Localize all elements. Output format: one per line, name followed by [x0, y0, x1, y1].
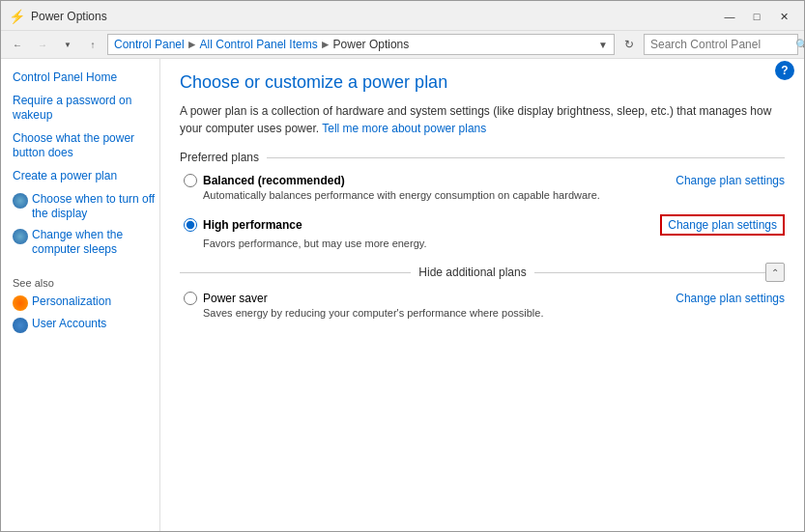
hide-additional-section: Hide additional plans ⌃ [180, 263, 785, 282]
power-saver-plan-desc: Saves energy by reducing your computer's… [203, 307, 785, 319]
search-input[interactable] [650, 38, 795, 51]
preferred-plans-label: Preferred plans [180, 151, 259, 164]
high-performance-plan: High performance Change plan settings Fa… [180, 214, 785, 249]
power-saver-radio[interactable] [184, 292, 197, 305]
monitor-icon [13, 193, 28, 209]
power-saver-plan-label[interactable]: Power saver [184, 292, 268, 305]
sidebar: Control Panel Home Require a password on… [1, 59, 160, 531]
divider-line-left [180, 272, 411, 273]
content-description: A power plan is a collection of hardware… [180, 102, 785, 137]
high-performance-plan-desc: Favors performance, but may use more ene… [203, 238, 785, 249]
title-bar-controls: — □ ✕ [717, 7, 796, 26]
balanced-change-settings[interactable]: Change plan settings [676, 174, 785, 187]
sidebar-require-password[interactable]: Require a password on wakeup [13, 94, 159, 124]
window-icon: ⚡ [9, 9, 25, 24]
balanced-plan: Balanced (recommended) Change plan setti… [180, 174, 785, 201]
see-also-label: See also [13, 277, 159, 289]
up-button[interactable]: ↑ [82, 34, 103, 55]
content-area: Choose or customize a power plan A power… [160, 59, 804, 531]
address-dropdown-button[interactable]: ▼ [598, 40, 608, 50]
power-saver-plan: Power saver Change plan settings Saves e… [180, 292, 785, 319]
tell-me-more-link[interactable]: Tell me more about power plans [322, 122, 486, 135]
balanced-plan-label[interactable]: Balanced (recommended) [184, 174, 345, 187]
preferred-plans-divider: Preferred plans [180, 151, 785, 164]
hide-additional-label: Hide additional plans [418, 266, 526, 279]
maximize-button[interactable]: □ [744, 7, 769, 26]
address-bar: ← → ▼ ↑ Control Panel ► All Control Pane… [1, 31, 804, 59]
title-bar: ⚡ Power Options — □ ✕ [1, 1, 804, 31]
high-performance-plan-header: High performance Change plan settings [184, 214, 785, 236]
balanced-plan-desc: Automatically balances performance with … [203, 189, 785, 201]
sidebar-turn-off-display-link[interactable]: Choose when to turn off the display [32, 192, 159, 222]
balanced-radio[interactable] [184, 174, 197, 187]
divider-line-right [534, 272, 765, 273]
main-container: Control Panel Home Require a password on… [1, 59, 804, 531]
breadcrumb-control-panel[interactable]: Control Panel [114, 38, 185, 51]
refresh-button[interactable]: ↻ [618, 34, 640, 55]
power-saver-plan-name: Power saver [203, 292, 268, 305]
personalization-icon [13, 295, 28, 311]
sidebar-personalization-link[interactable]: Personalization [32, 294, 111, 310]
sidebar-control-panel-home[interactable]: Control Panel Home [13, 70, 159, 86]
power-options-window: ⚡ Power Options — □ ✕ ← → ▼ ↑ Control Pa… [0, 0, 805, 532]
high-performance-radio[interactable] [184, 218, 197, 232]
sidebar-create-power-plan[interactable]: Create a power plan [13, 169, 159, 184]
sidebar-computer-sleeps-link[interactable]: Change when the computer sleeps [32, 228, 159, 258]
chevron-up-icon[interactable]: ⌃ [765, 263, 785, 282]
user-accounts-icon [13, 318, 28, 333]
title-bar-left: ⚡ Power Options [9, 9, 107, 24]
close-button[interactable]: ✕ [771, 7, 796, 26]
high-performance-plan-name: High performance [203, 218, 302, 232]
search-icon: 🔍 [795, 39, 805, 51]
high-performance-change-settings[interactable]: Change plan settings [660, 214, 785, 236]
back-button[interactable]: ← [7, 34, 28, 55]
balanced-plan-name: Balanced (recommended) [203, 174, 345, 187]
forward-button[interactable]: → [32, 34, 53, 55]
sidebar-computer-sleeps: Change when the computer sleeps [13, 228, 159, 258]
recent-pages-button[interactable]: ▼ [57, 34, 78, 55]
address-path: Control Panel ► All Control Panel Items … [107, 34, 615, 55]
power-saver-change-settings[interactable]: Change plan settings [676, 292, 785, 305]
minimize-button[interactable]: — [717, 7, 742, 26]
sidebar-turn-off-display: Choose when to turn off the display [13, 192, 159, 222]
breadcrumb-all-control-panel[interactable]: All Control Panel Items [200, 38, 318, 51]
sidebar-personalization: Personalization [13, 294, 159, 311]
sidebar-user-accounts: User Accounts [13, 317, 159, 333]
power-saver-plan-header: Power saver Change plan settings [184, 292, 785, 305]
sidebar-power-button[interactable]: Choose what the power button does [13, 131, 159, 161]
search-box: 🔍 [644, 34, 798, 55]
balanced-plan-header: Balanced (recommended) Change plan setti… [184, 174, 785, 187]
help-button[interactable]: ? [775, 61, 794, 80]
page-title: Choose or customize a power plan [180, 72, 785, 93]
sidebar-user-accounts-link[interactable]: User Accounts [32, 317, 106, 332]
breadcrumb-power-options: Power Options [333, 38, 410, 51]
window-title: Power Options [31, 10, 107, 23]
sleep-icon [13, 229, 28, 244]
high-performance-plan-label[interactable]: High performance [184, 218, 302, 232]
